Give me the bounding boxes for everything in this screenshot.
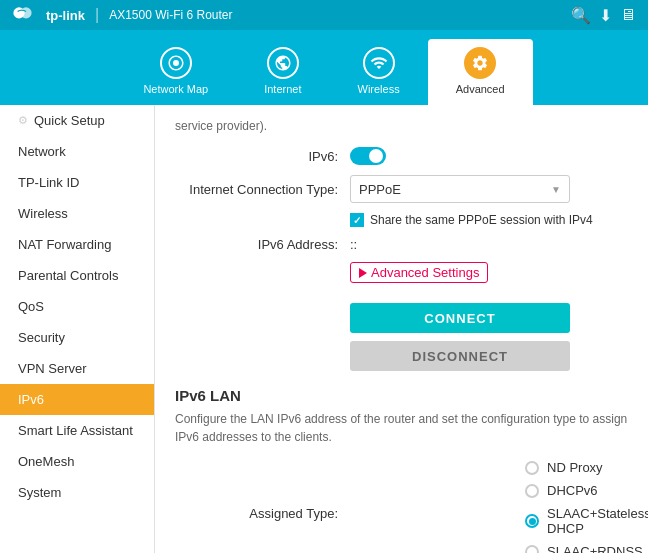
nav-active-arrow	[472, 104, 488, 111]
nav-label-network-map: Network Map	[143, 83, 208, 95]
share-pppoe-row: ✓ Share the same PPPoE session with IPv4	[350, 213, 628, 227]
sidebar-item-parental-controls[interactable]: Parental Controls	[0, 260, 154, 291]
connection-type-label: Internet Connection Type:	[175, 182, 350, 197]
nav-icon-wireless	[363, 47, 395, 79]
advanced-settings-wrapper: Advanced Settings	[350, 262, 628, 293]
radio-group: ND Proxy DHCPv6 SLAAC+Stateless DHCP	[525, 460, 648, 553]
radio-dhcpv6[interactable]	[525, 484, 539, 498]
sidebar-item-security[interactable]: Security	[0, 322, 154, 353]
sidebar-item-wireless[interactable]: Wireless	[0, 198, 154, 229]
checkbox-check-icon: ✓	[353, 215, 361, 226]
sidebar-item-quick-setup[interactable]: ⚙ Quick Setup	[0, 105, 154, 136]
ipv6-lan-desc: Configure the LAN IPv6 address of the ro…	[175, 410, 628, 446]
toggle-thumb	[369, 149, 383, 163]
service-note: service provider).	[175, 115, 628, 133]
sidebar-item-network[interactable]: Network	[0, 136, 154, 167]
ipv6-address-label: IPv6 Address:	[175, 237, 350, 252]
svg-point-2	[173, 60, 179, 66]
radio-inner-icon	[529, 518, 536, 525]
nav-icon-internet	[267, 47, 299, 79]
advanced-link-triangle-icon	[359, 268, 367, 278]
ipv6-address-row: IPv6 Address: ::	[175, 237, 628, 252]
header-icons: 🔍 ⬇ 🖥	[571, 6, 636, 25]
header-divider: |	[95, 6, 99, 24]
ipv6-lan-title: IPv6 LAN	[175, 387, 628, 404]
screen-icon[interactable]: 🖥	[620, 6, 636, 25]
radio-row-slaac-stateless: SLAAC+Stateless DHCP	[525, 506, 648, 536]
nav-item-advanced[interactable]: Advanced	[428, 39, 533, 105]
sidebar-item-onemesh[interactable]: OneMesh	[0, 446, 154, 477]
radio-slaac-stateless[interactable]	[525, 514, 539, 528]
header-title: AX1500 Wi-Fi 6 Router	[109, 8, 232, 22]
disconnect-button[interactable]: DISCONNECT	[350, 341, 570, 371]
advanced-settings-link[interactable]: Advanced Settings	[350, 262, 488, 283]
assigned-type-label: Assigned Type:	[175, 506, 350, 521]
search-icon[interactable]: 🔍	[571, 6, 591, 25]
nav-item-network-map[interactable]: Network Map	[115, 39, 236, 105]
radio-label-slaac-rdnss: SLAAC+RDNSS	[547, 544, 643, 553]
connection-type-row: Internet Connection Type: PPPoE ▼	[175, 175, 628, 203]
sidebar-item-ipv6[interactable]: IPv6	[0, 384, 154, 415]
ipv6-address-value: ::	[350, 237, 628, 252]
nav-icon-advanced	[464, 47, 496, 79]
sidebar-item-system[interactable]: System	[0, 477, 154, 508]
main-layout: ⚙ Quick Setup Network TP-Link ID Wireles…	[0, 105, 648, 553]
connection-type-value: PPPoE ▼	[350, 175, 628, 203]
ipv6-row: IPv6:	[175, 147, 628, 165]
main-content-area: service provider). IPv6: Internet Connec…	[155, 105, 648, 553]
nav-item-internet[interactable]: Internet	[236, 39, 329, 105]
ipv6-address-text: ::	[350, 237, 357, 252]
setup-icon: ⚙	[18, 114, 28, 127]
download-icon[interactable]: ⬇	[599, 6, 612, 25]
sidebar-item-vpn-server[interactable]: VPN Server	[0, 353, 154, 384]
buttons-wrapper: CONNECT DISCONNECT	[350, 303, 628, 371]
sidebar-item-nat-forwarding[interactable]: NAT Forwarding	[0, 229, 154, 260]
nav-item-wireless[interactable]: Wireless	[330, 39, 428, 105]
sidebar-item-tplink-id[interactable]: TP-Link ID	[0, 167, 154, 198]
ipv6-label: IPv6:	[175, 149, 350, 164]
connect-button[interactable]: CONNECT	[350, 303, 570, 333]
nav-label-advanced: Advanced	[456, 83, 505, 95]
connection-type-select[interactable]: PPPoE ▼	[350, 175, 570, 203]
main-nav: Network Map Internet Wireless Advanced	[0, 30, 648, 105]
advanced-settings-label: Advanced Settings	[371, 265, 479, 280]
select-arrow-icon: ▼	[551, 184, 561, 195]
connection-type-selected: PPPoE	[359, 182, 401, 197]
svg-rect-1	[20, 7, 31, 18]
radio-row-nd-proxy: ND Proxy	[525, 460, 648, 475]
sidebar-item-qos[interactable]: QoS	[0, 291, 154, 322]
radio-slaac-rdnss[interactable]	[525, 545, 539, 554]
ipv6-toggle-wrapper	[350, 147, 628, 165]
sidebar: ⚙ Quick Setup Network TP-Link ID Wireles…	[0, 105, 155, 553]
radio-label-slaac-stateless: SLAAC+Stateless DHCP	[547, 506, 648, 536]
radio-row-slaac-rdnss: SLAAC+RDNSS	[525, 544, 648, 553]
ipv6-toggle[interactable]	[350, 147, 386, 165]
nav-icon-network-map	[160, 47, 192, 79]
nav-label-internet: Internet	[264, 83, 301, 95]
radio-label-nd-proxy: ND Proxy	[547, 460, 603, 475]
radio-nd-proxy[interactable]	[525, 461, 539, 475]
nav-label-wireless: Wireless	[358, 83, 400, 95]
radio-row-dhcpv6: DHCPv6	[525, 483, 648, 498]
share-pppoe-checkbox[interactable]: ✓	[350, 213, 364, 227]
sidebar-item-smart-life[interactable]: Smart Life Assistant	[0, 415, 154, 446]
header: tp-link | AX1500 Wi-Fi 6 Router 🔍 ⬇ 🖥	[0, 0, 648, 30]
logo: tp-link	[12, 4, 85, 26]
assigned-type-row: Assigned Type: ND Proxy DHCPv6	[175, 460, 628, 553]
main-panel: service provider). IPv6: Internet Connec…	[155, 105, 648, 553]
share-pppoe-label: Share the same PPPoE session with IPv4	[370, 213, 593, 227]
logo-text: tp-link	[46, 8, 85, 23]
radio-label-dhcpv6: DHCPv6	[547, 483, 598, 498]
